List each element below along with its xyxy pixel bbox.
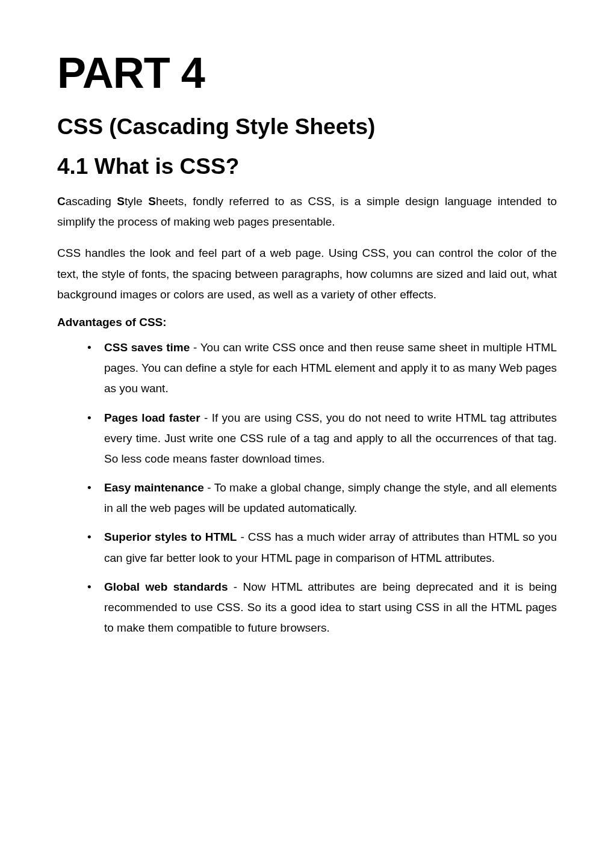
- list-item: CSS saves time - You can write CSS once …: [87, 337, 557, 399]
- list-item: Global web standards - Now HTML attribut…: [87, 577, 557, 639]
- advantage-bold: Superior styles to HTML: [104, 531, 237, 543]
- advantage-bold: Pages load faster: [104, 411, 200, 424]
- paragraph-description: CSS handles the look and feel part of a …: [57, 243, 557, 305]
- text-tyle: tyle: [125, 195, 148, 208]
- list-item: Pages load faster - If you are using CSS…: [87, 408, 557, 470]
- bold-s1: S: [117, 195, 125, 208]
- advantage-bold: Global web standards: [104, 580, 228, 593]
- part-title: PART 4: [57, 48, 557, 97]
- bold-s2: S: [148, 195, 156, 208]
- subtitle: CSS (Cascading Style Sheets): [57, 114, 557, 140]
- text-ascading: ascading: [66, 195, 117, 208]
- advantages-heading: Advantages of CSS:: [57, 316, 557, 329]
- bold-c: C: [57, 195, 66, 208]
- advantages-list: CSS saves time - You can write CSS once …: [57, 337, 557, 638]
- section-title: 4.1 What is CSS?: [57, 154, 557, 179]
- list-item: Superior styles to HTML - CSS has a much…: [87, 527, 557, 568]
- advantage-bold: CSS saves time: [104, 341, 190, 354]
- list-item: Easy maintenance - To make a global chan…: [87, 478, 557, 519]
- advantage-bold: Easy maintenance: [104, 481, 204, 494]
- paragraph-intro: Cascading Style Sheets, fondly referred …: [57, 191, 557, 232]
